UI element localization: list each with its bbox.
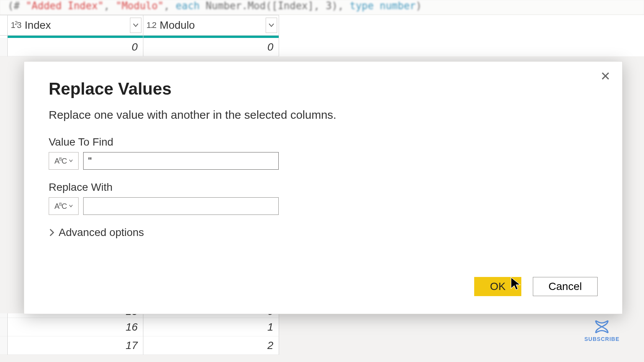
cell[interactable]: 17 xyxy=(8,336,143,355)
cell[interactable]: 1 xyxy=(143,318,279,336)
type-icon-decimal: 1.2 xyxy=(146,20,156,30)
subscribe-label: SUBSCRIBE xyxy=(585,336,619,342)
replace-label: Replace With xyxy=(49,181,598,193)
table-rows-below-dialog: 15 16 17 0 1 2 xyxy=(0,313,279,355)
replace-values-dialog: ✕ Replace Values Replace one value with … xyxy=(24,61,623,314)
column-name: Index xyxy=(25,19,51,31)
cell[interactable]: 16 xyxy=(8,318,143,336)
type-icon-whole-number: 123 xyxy=(11,20,21,30)
column-filter-button[interactable] xyxy=(266,18,277,33)
replace-type-combo[interactable]: ABC xyxy=(49,197,79,215)
cell[interactable]: 2 xyxy=(143,336,279,355)
replace-input[interactable] xyxy=(83,197,279,215)
find-label: Value To Find xyxy=(49,136,598,148)
column-index: 123 Index 0 xyxy=(8,15,143,56)
column-header-index[interactable]: 123 Index xyxy=(8,15,143,36)
cell[interactable]: 0 xyxy=(8,38,143,56)
column-name: Modulo xyxy=(160,19,195,31)
dialog-title: Replace Values xyxy=(49,79,598,98)
cancel-button[interactable]: Cancel xyxy=(533,277,598,296)
row-gutter xyxy=(0,15,8,56)
formula-bar: (# "Added Index", "Modulo", each Number.… xyxy=(0,0,644,15)
abc-icon: ABC xyxy=(54,202,67,211)
close-button[interactable]: ✕ xyxy=(598,69,613,84)
column-header-modulo[interactable]: 1.2 Modulo xyxy=(143,15,279,36)
column-filter-button[interactable] xyxy=(130,18,141,33)
find-input[interactable] xyxy=(83,152,279,170)
advanced-options-label: Advanced options xyxy=(59,226,144,239)
subscribe-watermark: SUBSCRIBE xyxy=(585,319,619,342)
chevron-right-icon xyxy=(49,229,55,236)
advanced-options-toggle[interactable]: Advanced options xyxy=(49,226,598,239)
data-table: 123 Index 0 1.2 Modulo 0 xyxy=(0,15,644,56)
dna-icon xyxy=(593,319,611,334)
column-modulo: 1.2 Modulo 0 xyxy=(143,15,279,56)
dialog-description: Replace one value with another in the se… xyxy=(49,108,598,121)
find-type-combo[interactable]: ABC xyxy=(49,152,79,170)
cell[interactable]: 0 xyxy=(143,38,279,56)
abc-icon: ABC xyxy=(54,157,67,165)
ok-button[interactable]: OK xyxy=(474,277,521,296)
